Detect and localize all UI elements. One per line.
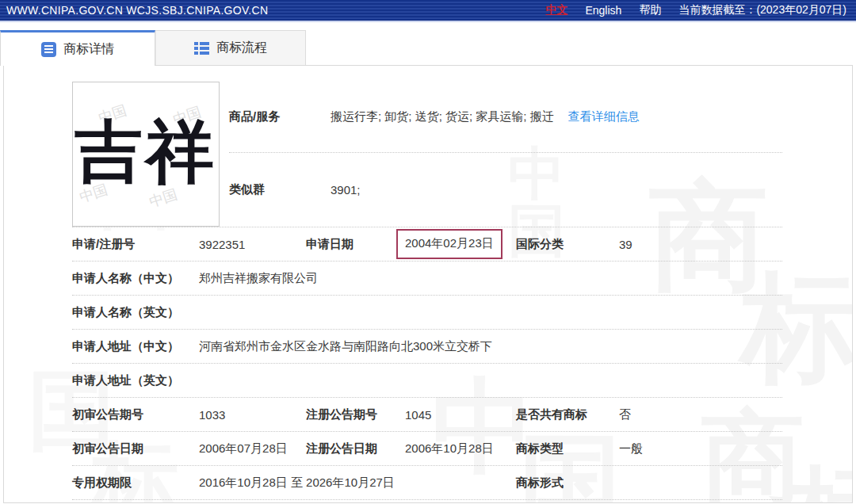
top-rows: 商品/服务 搬运行李; 卸货; 送货; 货运; 家具运输; 搬迁 查看详细信息 …: [229, 82, 782, 227]
table-row-application: 申请/注册号 3922351 申请日期 2004年02月23日 国际分类 39: [72, 227, 782, 262]
application-date-value-highlighted: 2004年02月23日: [396, 229, 503, 259]
mark-type-label: 商标类型: [516, 441, 619, 456]
shared-mark-value: 否: [619, 407, 782, 422]
lang-chinese-link[interactable]: 中文: [545, 3, 567, 17]
trademark-image: 中国 中国 中国 中国 吉祥: [72, 82, 220, 227]
prelim-gazette-date-value: 2006年07月28日: [199, 441, 306, 456]
detail-table: 中国 中国 中国 中国 吉祥 商品/服务 搬运行李; 卸货; 送货; 货运; 家…: [4, 66, 782, 500]
intl-class-label: 国际分类: [516, 237, 619, 252]
reg-gazette-no-value: 1045: [405, 408, 516, 422]
applicant-name-cn-value: 郑州吉祥搬家有限公司: [199, 271, 782, 286]
goods-services-value: 搬运行李; 卸货; 送货; 货运; 家具运输; 搬迁: [331, 109, 554, 124]
prelim-gazette-no-value: 1033: [199, 408, 306, 422]
tab-detail-label: 商标详情: [63, 41, 114, 58]
applicant-name-cn-label: 申请人名称（中文）: [72, 271, 199, 286]
applicant-address-cn-label: 申请人地址（中文）: [72, 339, 199, 354]
site-domains: WWW.CNIPA.GOV.CN WCJS.SBJ.CNIPA.GOV.CN: [6, 4, 268, 17]
data-cutoff-text: 当前数据截至：(2023年02月07日): [678, 3, 846, 17]
application-number-value: 3922351: [199, 238, 306, 251]
goods-services-label: 商品/服务: [229, 109, 331, 124]
tab-trademark-process[interactable]: 商标流程: [155, 30, 306, 65]
table-row-gazette-numbers: 初审公告期号 1033 注册公告期号 1045 是否共有商标 否: [72, 398, 782, 432]
table-row-gazette-dates: 初审公告日期 2006年07月28日 注册公告日期 2006年10月28日 商标…: [72, 432, 782, 466]
help-link[interactable]: 帮助: [639, 3, 661, 17]
exclusive-period-value: 2016年10月28日 至 2026年10月27日: [199, 475, 516, 491]
goods-services-row: 商品/服务 搬运行李; 卸货; 送货; 货运; 家具运输; 搬迁 查看详细信息: [229, 82, 782, 153]
table-row-applicant-address-cn: 申请人地址（中文） 河南省郑州市金水区金水路与南阳路向北300米立交桥下: [72, 330, 782, 364]
reg-gazette-date-value: 2006年10月28日: [405, 441, 516, 456]
tab-process-label: 商标流程: [216, 40, 267, 56]
table-row-applicant-address-en: 申请人地址（英文）: [72, 364, 782, 398]
similar-group-value: 3901;: [331, 183, 361, 197]
shared-mark-label: 是否共有商标: [516, 407, 619, 422]
mark-form-label: 商标形式: [516, 475, 619, 491]
tab-bar: 商标详情 商标流程: [0, 30, 856, 65]
exclusive-period-label: 专用权期限: [72, 475, 199, 491]
prelim-gazette-no-label: 初审公告期号: [72, 407, 199, 422]
table-row-exclusive-period: 专用权期限 2016年10月28日 至 2026年10月27日 商标形式: [72, 466, 782, 500]
mark-type-value: 一般: [619, 441, 782, 456]
table-row-applicant-name-en: 申请人名称（英文）: [72, 296, 782, 330]
similar-group-row: 类似群 3901;: [229, 153, 782, 226]
application-date-label: 申请日期: [306, 237, 405, 252]
trademark-text: 吉祥: [75, 106, 217, 199]
reg-gazette-date-label: 注册公告日期: [306, 441, 405, 456]
table-row-applicant-name-cn: 申请人名称（中文） 郑州吉祥搬家有限公司: [72, 262, 782, 296]
top-section: 中国 中国 中国 中国 吉祥 商品/服务 搬运行李; 卸货; 送货; 货运; 家…: [72, 82, 782, 227]
reg-gazette-no-label: 注册公告期号: [306, 407, 405, 422]
application-number-label: 申请/注册号: [72, 237, 199, 252]
lang-english-link[interactable]: English: [585, 4, 621, 17]
top-bar: WWW.CNIPA.GOV.CN WCJS.SBJ.CNIPA.GOV.CN 中…: [0, 0, 856, 22]
document-lines-icon: [41, 42, 56, 57]
watermark-glyph: 标: [789, 462, 853, 503]
applicant-address-cn-value: 河南省郑州市金水区金水路与南阳路向北300米立交桥下: [199, 339, 782, 354]
list-icon: [194, 42, 209, 55]
similar-group-label: 类似群: [229, 182, 331, 197]
tab-trademark-detail[interactable]: 商标详情: [0, 30, 155, 66]
prelim-gazette-date-label: 初审公告日期: [72, 441, 199, 456]
trademark-detail-panel: 商 标 中 国 中 国 商 标 国 标 国 中国 中国 中国 中国 吉祥 商品/…: [3, 65, 853, 503]
view-details-link[interactable]: 查看详细信息: [568, 109, 640, 124]
applicant-name-en-label: 申请人名称（英文）: [72, 305, 199, 320]
applicant-address-en-label: 申请人地址（英文）: [72, 373, 199, 388]
intl-class-value: 39: [619, 238, 782, 251]
